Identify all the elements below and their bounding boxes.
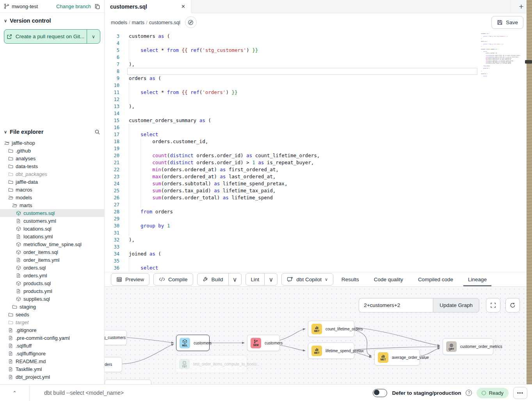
copilot-compass-icon[interactable] [185, 16, 197, 28]
file-tree-item-seeds[interactable]: seeds [0, 311, 104, 318]
help-icon[interactable]: ? [466, 390, 472, 396]
code-line-12[interactable]: 12 [105, 96, 532, 103]
refresh-icon[interactable] [505, 298, 520, 312]
minimap[interactable]: customers as ( select * from {{ ref('stg… [481, 32, 525, 77]
lineage-panel[interactable]: Update Graph MDLstg_customersMDLordersMD… [105, 287, 532, 384]
file-tree-item-order-items.sql[interactable]: order_items.sql [0, 248, 104, 256]
file-tree-item-data-tests[interactable]: data-tests [0, 162, 104, 170]
file-tree-item-target[interactable]: target [0, 318, 104, 326]
search-icon[interactable] [94, 129, 100, 135]
file-tree-item-README.md[interactable]: README.md [0, 357, 104, 365]
tab-code-quality[interactable]: Code quality [374, 272, 403, 286]
lineage-node-customer_order_metrics[interactable]: QRYcustomer_order_metrics [443, 338, 493, 355]
code-line-28[interactable]: 28 from orders [105, 208, 532, 215]
code-line-11[interactable]: 11 select * from {{ ref('orders') }} [105, 89, 532, 96]
breadcrumb-part[interactable]: models [111, 20, 127, 25]
lint-dropdown[interactable]: ∨ [265, 273, 277, 285]
lineage-node-test_order_items[interactable]: TSTtest_order_items_compute_to_bools... [176, 355, 247, 373]
file-tree-item-.github[interactable]: .github [0, 147, 104, 154]
code-line-34[interactable]: 34joined as ( [105, 250, 532, 257]
file-tree-item-products.sql[interactable]: products.sql [0, 279, 104, 287]
code-line-26[interactable]: 26 sum(orders.order_total) as lifetime_s… [105, 194, 532, 201]
file-tree-item-customers.yml[interactable]: customers.yml [0, 217, 104, 225]
code-line-10[interactable]: 10 [105, 82, 532, 89]
file-tree-item-dbt-project.yml[interactable]: dbt_project.yml [0, 373, 104, 381]
file-tree-item-customers.sql[interactable]: customers.sql [0, 209, 104, 217]
code-line-21[interactable]: 21 count(distinct orders.order_id) > 1 a… [105, 159, 532, 166]
file-tree-item-locations.sql[interactable]: locations.sql [0, 225, 104, 232]
lineage-node-average_order_value[interactable]: METaverage_order_value [374, 349, 420, 366]
file-tree-item-supplies.sql[interactable]: supplies.sql [0, 295, 104, 303]
code-line-15[interactable]: 15customer_orders_summary as ( [105, 117, 532, 124]
lineage-node-partial_node[interactable] [105, 380, 151, 384]
code-line-22[interactable]: 22 min(orders.ordered_at) as first_order… [105, 166, 532, 173]
more-options-button[interactable]: ••• [513, 387, 527, 399]
tab-compiled-code[interactable]: Compiled code [418, 272, 453, 286]
code-line-32[interactable]: 32), [105, 236, 532, 243]
tab-results[interactable]: Results [342, 272, 359, 286]
code-line-24[interactable]: 24 sum(orders.subtotal) as lifetime_spen… [105, 180, 532, 187]
defer-toggle[interactable] [373, 389, 387, 397]
file-explorer-header[interactable]: ∨ File explorer [0, 124, 104, 138]
file-tree-item-products.yml[interactable]: products.yml [0, 287, 104, 295]
lineage-selector-input[interactable] [359, 298, 433, 312]
code-line-20[interactable]: 20 count(distinct orders.order_id) as co… [105, 152, 532, 159]
code-line-23[interactable]: 23 max(orders.ordered_at) as last_ordere… [105, 173, 532, 180]
tab-lineage[interactable]: Lineage [468, 272, 487, 286]
code-line-9[interactable]: 9orders as ( [105, 75, 532, 82]
fullscreen-icon[interactable] [486, 298, 500, 312]
code-line-8[interactable]: 8 [105, 68, 532, 75]
tab-customers-sql[interactable]: customers.sql ✕ [105, 0, 191, 13]
file-tree-item-dbt-packages[interactable]: dbt_packages [0, 170, 104, 178]
preview-button[interactable]: Preview [111, 273, 149, 286]
code-line-14[interactable]: 14 [105, 110, 532, 117]
file-tree-item-metricflow-time-spine.sql[interactable]: metricflow_time_spine.sql [0, 240, 104, 248]
lineage-node-lifetime_spend_pretax[interactable]: METlifetime_spend_pretax [308, 342, 354, 359]
code-line-6[interactable]: 6 [105, 54, 532, 61]
lineage-node-orders[interactable]: MDLorders [105, 357, 122, 372]
file-tree-item-order-items.yml[interactable]: order_items.yml [0, 256, 104, 264]
lineage-node-customers_semantic[interactable]: SEMcustomers [247, 335, 280, 351]
build-button[interactable]: Build [197, 273, 228, 285]
file-tree-item-.sqlfluffignore[interactable]: .sqlfluffignore [0, 350, 104, 357]
collapse-panel-button[interactable]: ⌃ [0, 385, 30, 401]
code-line-27[interactable]: 27 [105, 201, 532, 208]
file-tree-item-.gitignore[interactable]: .gitignore [0, 326, 104, 334]
code-line-35[interactable]: 35 [105, 257, 532, 264]
lineage-node-customers_model[interactable]: MDLcustomers [176, 335, 210, 351]
create-pr-dropdown[interactable]: ∨ [87, 30, 100, 43]
code-line-31[interactable]: 31 [105, 229, 532, 236]
compile-button[interactable]: Compile [153, 273, 193, 286]
breadcrumb-part[interactable]: customers.sql [149, 20, 180, 25]
code-editor[interactable]: 23customers as (45 select * from {{ ref(… [105, 31, 532, 272]
build-dropdown[interactable]: ∨ [229, 273, 241, 285]
update-graph-button[interactable]: Update Graph [433, 298, 479, 312]
code-line-13[interactable]: 13), [105, 103, 532, 110]
create-pr-button[interactable]: Create a pull request on Git... [4, 30, 87, 43]
version-control-header[interactable]: ∨ Version control [0, 13, 104, 27]
copy-branch-icon[interactable] [94, 4, 100, 9]
scrollbar-thumb[interactable] [525, 60, 532, 64]
save-button[interactable]: Save [491, 16, 523, 29]
file-tree-item-marts[interactable]: marts [0, 201, 104, 209]
code-line-36[interactable]: 36 select [105, 264, 532, 271]
file-tree-item-Taskfile.yml[interactable]: Taskfile.yml [0, 365, 104, 373]
file-tree-item-orders.sql[interactable]: orders.sql [0, 264, 104, 271]
file-tree-item-.sqlfluff[interactable]: .sqlfluff [0, 342, 104, 350]
code-line-33[interactable]: 33 [105, 243, 532, 250]
code-line-4[interactable]: 4 [105, 40, 532, 47]
file-tree-item-jaffle-shop[interactable]: jaffle-shop [0, 139, 104, 147]
file-tree-item-macros[interactable]: macros [0, 186, 104, 193]
breadcrumb-part[interactable]: marts [132, 20, 145, 25]
lineage-node-stg_customers[interactable]: MDLstg_customers [105, 330, 127, 345]
lineage-node-count_lifetime_orders[interactable]: METcount_lifetime_orders [308, 321, 354, 337]
close-icon[interactable]: ✕ [181, 4, 185, 9]
code-line-25[interactable]: 25 sum(orders.tax_paid) as lifetime_tax_… [105, 187, 532, 194]
change-branch-link[interactable]: Change branch [56, 4, 91, 9]
file-tree-item-locations.yml[interactable]: locations.yml [0, 232, 104, 240]
lint-button[interactable]: Lint [246, 273, 265, 285]
code-line-3[interactable]: 3customers as ( [105, 33, 532, 40]
file-tree-item-.pre-commit-config.yaml[interactable]: .pre-commit-config.yaml [0, 334, 104, 342]
code-line-5[interactable]: 5 select * from {{ ref('stg_customers') … [105, 47, 532, 54]
file-tree-item-models[interactable]: models [0, 193, 104, 201]
